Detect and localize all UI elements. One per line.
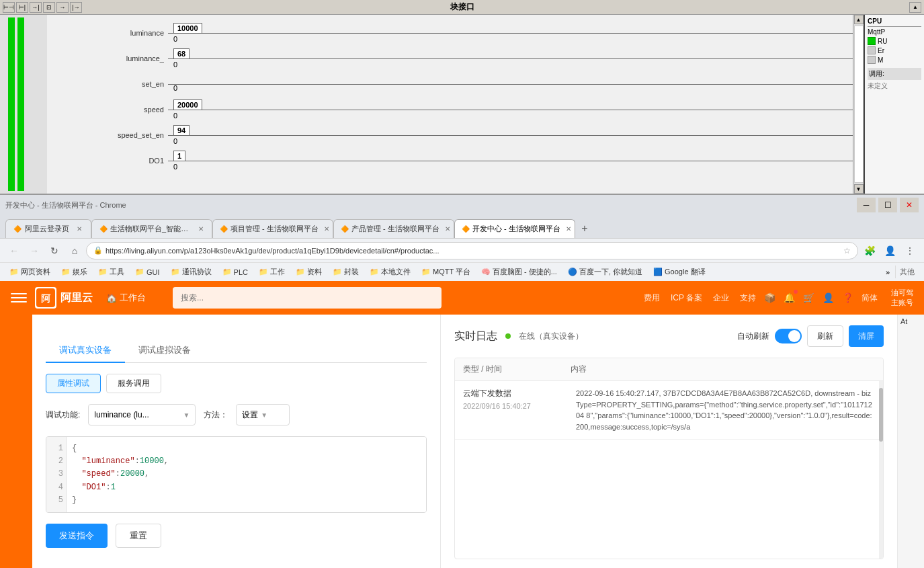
line-num-1: 1: [49, 442, 63, 455]
new-tab-btn[interactable]: +: [575, 219, 594, 238]
user-account-type: 主账号: [891, 298, 913, 308]
tab-product-mgmt[interactable]: 🔶 产品管理 - 生活物联网平台 ✕: [333, 219, 454, 238]
plc-tool-1[interactable]: ⊢⊣: [3, 2, 15, 13]
home-btn[interactable]: ⌂: [66, 242, 83, 259]
tab-real-device[interactable]: 调试真实设备: [46, 339, 125, 363]
subtab-property[interactable]: 属性调试: [46, 374, 101, 393]
header-link-fee[interactable]: 费用: [644, 292, 660, 304]
tab-close-1[interactable]: ✕: [75, 225, 84, 234]
tab-close-3[interactable]: ✕: [324, 225, 329, 234]
plc-m-indicator: [868, 56, 876, 64]
tab-label-2: 生活物联网平台_智能家居_智能...: [110, 224, 191, 234]
reload-btn[interactable]: ↻: [46, 242, 63, 259]
back-btn[interactable]: ←: [5, 242, 23, 259]
plc-tool-2[interactable]: ⊢|: [16, 2, 28, 13]
reset-btn[interactable]: 重置: [116, 524, 161, 548]
log-table-body: 云端下发数据 2022/09/16 15:40:27 2022-09-16 15…: [455, 381, 883, 559]
bookmark-baidu[interactable]: 🔵 百度一下, 你就知道: [564, 266, 646, 278]
header-icon-cart[interactable]: 🛒: [803, 292, 814, 303]
bookmark-star-icon[interactable]: ☆: [843, 246, 851, 255]
menu-btn[interactable]: ⋮: [901, 242, 919, 259]
line-num-2: 2: [49, 455, 63, 468]
plc-tool-5[interactable]: →: [56, 2, 69, 13]
plc-zero-set-en: 0: [173, 84, 177, 92]
header-icon-cube[interactable]: 📦: [764, 292, 775, 303]
header-icon-help[interactable]: ❓: [842, 292, 853, 303]
bookmark-gui[interactable]: 📁 GUI: [131, 266, 164, 278]
bookmark-label-9: 封装: [344, 267, 359, 277]
tab-close-5[interactable]: ✕: [566, 225, 571, 234]
search-input[interactable]: [173, 287, 442, 309]
aliyun-logo[interactable]: 阿 阿里云: [35, 287, 93, 309]
tab-dev-center[interactable]: 🔶 开发中心 - 生活物联网平台 ✕: [454, 219, 575, 238]
plc-tool-6[interactable]: |→: [70, 2, 82, 13]
bookmark-local[interactable]: 📁 本地文件: [366, 266, 415, 278]
bookmark-google-translate[interactable]: 🟦 Google 翻译: [649, 266, 710, 278]
send-command-btn[interactable]: 发送指令: [46, 524, 108, 548]
plc-scrollbar[interactable]: ▲ ▼: [853, 15, 864, 194]
method-select[interactable]: 设置 ▼: [236, 404, 290, 425]
window-close-btn[interactable]: ✕: [900, 198, 919, 212]
plc-zero-speed-set-en: 0: [173, 137, 177, 145]
plc-line-do1: [168, 161, 853, 161]
refresh-btn[interactable]: 刷新: [807, 325, 843, 347]
header-icon-user[interactable]: 👤: [823, 292, 834, 303]
address-bar[interactable]: 🔒 https://living.aliyun.com/p/a123oHks0e…: [86, 242, 858, 259]
bookmark-baidu-mind[interactable]: 🧠 百度脑图 - 便捷的...: [477, 266, 561, 278]
plc-line-speed: [168, 110, 853, 110]
bookmarks-more-btn[interactable]: »: [883, 267, 892, 278]
plc-tool-3[interactable]: →|: [30, 2, 42, 13]
plc-signal-speed-set-en: speed_set_en 94 0: [47, 122, 853, 148]
function-select[interactable]: luminance (lu... ▼: [88, 404, 196, 425]
plc-close-btn[interactable]: ▲: [909, 2, 921, 13]
code-editor[interactable]: 1 2 3 4 5 { "luminance": 10000,: [46, 436, 427, 513]
plc-scroll-up[interactable]: ▲: [854, 15, 864, 24]
bookmark-data[interactable]: 📁 资料: [292, 266, 326, 278]
tab-smart-home[interactable]: 🔶 生活物联网平台_智能家居_智能... ✕: [91, 219, 212, 238]
window-restore-btn[interactable]: ☐: [878, 198, 897, 212]
clear-btn[interactable]: 清屏: [849, 325, 884, 347]
plc-value-speed-set-en: 94: [173, 125, 190, 136]
bookmark-protocol[interactable]: 📁 通讯协议: [167, 266, 216, 278]
header-icon-bell[interactable]: 🔔: [784, 292, 795, 303]
bookmark-plc[interactable]: 📁 PLC: [218, 266, 252, 278]
tab-aliyun-login[interactable]: 🔶 阿里云登录页 ✕: [5, 219, 91, 238]
header-link-simple[interactable]: 简体: [862, 292, 878, 304]
header-icons: 📦 🔔 🛒 👤 ❓ 简体: [764, 292, 878, 304]
tab-close-2[interactable]: ✕: [196, 225, 205, 234]
bookmark-packaging[interactable]: 📁 封装: [329, 266, 363, 278]
tab-virtual-device[interactable]: 调试虚拟设备: [125, 339, 204, 363]
profile-btn[interactable]: 👤: [881, 242, 898, 259]
bookmark-web[interactable]: 📁 网页资料: [5, 266, 54, 278]
forward-btn[interactable]: →: [26, 242, 43, 259]
bookmark-other[interactable]: 其他: [895, 266, 919, 278]
hamburger-menu[interactable]: [11, 290, 27, 306]
code-lines[interactable]: { "luminance": 10000, "speed":20000, "DO…: [67, 437, 426, 512]
bookmark-mqtt[interactable]: 📁 MQTT 平台: [417, 266, 474, 278]
header-link-enterprise[interactable]: 企业: [713, 292, 729, 304]
browser-window-title: 开发中心 - 生活物联网平台 - Chrome: [5, 200, 857, 210]
subtab-service[interactable]: 服务调用: [106, 374, 161, 393]
hamburger-line-1: [11, 293, 27, 294]
bookmark-entertainment[interactable]: 📁 娱乐: [57, 266, 91, 278]
tab-close-4[interactable]: ✕: [445, 225, 450, 234]
log-col-content-header: 内容: [571, 364, 875, 375]
address-text: https://living.aliyun.com/p/a123oHks0evA…: [106, 247, 841, 255]
header-link-support[interactable]: 支持: [740, 292, 756, 304]
tab-project-mgmt[interactable]: 🔶 项目管理 - 生活物联网平台 ✕: [212, 219, 333, 238]
workspace-link[interactable]: 🏠 工作台: [101, 289, 151, 307]
bookmark-label-3: 工具: [110, 267, 124, 277]
window-minimize-btn[interactable]: ─: [857, 198, 876, 212]
bookmark-work[interactable]: 📁 工作: [255, 266, 289, 278]
auto-refresh-toggle[interactable]: [775, 329, 802, 343]
log-scrollbar-thumb[interactable]: [879, 388, 883, 442]
code-line-4: "DO1":1: [72, 481, 421, 494]
bookmark-tools[interactable]: 📁 工具: [94, 266, 128, 278]
header-link-icp[interactable]: ICP 备案: [671, 292, 702, 304]
browser-window-controls: ─ ☐ ✕: [857, 198, 919, 212]
plc-tool-4[interactable]: ⊡: [43, 2, 55, 13]
extensions-btn[interactable]: 🧩: [861, 242, 878, 259]
plc-scroll-down[interactable]: ▼: [854, 184, 864, 194]
bookmark-label-14: Google 翻译: [665, 267, 706, 277]
function-select-value: luminance (lu...: [94, 410, 180, 419]
